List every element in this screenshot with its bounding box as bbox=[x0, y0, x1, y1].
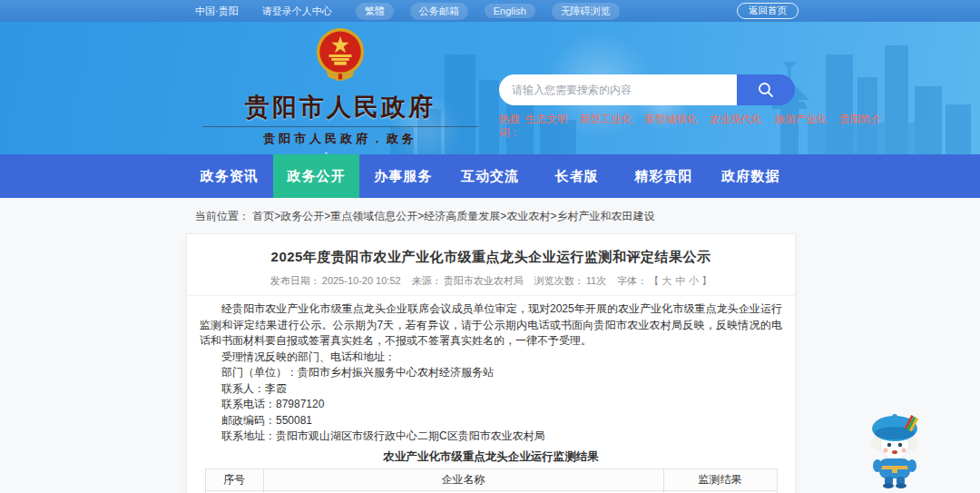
link-traditional-chinese[interactable]: 繁體 bbox=[356, 3, 394, 20]
nav-item-jingcai-guiyang[interactable]: 精彩贵阳 bbox=[621, 154, 708, 198]
source-value: 贵阳市农业农村局 bbox=[444, 275, 524, 286]
hot-word-tourism[interactable]: 旅游产业化 bbox=[775, 113, 828, 140]
assistant-mascot[interactable] bbox=[864, 409, 927, 490]
header-index: 序号 bbox=[205, 468, 263, 490]
article-card: 2025年度贵阳市农业产业化市级重点龙头企业运行监测和评定结果公示 发布日期：2… bbox=[186, 233, 796, 493]
paragraph-announcement: 经贵阳市农业产业化市级重点龙头企业联席会议成员单位审定，现对2025年开展的农业… bbox=[200, 301, 782, 350]
monitor-result-table: 序号 企业名称 监测结果 1 贵州合力超市采购有限公司 合格 2 贵州友禾种业有… bbox=[205, 468, 778, 493]
paragraph-contact-person: 联系人：李霞 bbox=[200, 381, 782, 398]
hot-word-eco[interactable]: 生态文明 bbox=[525, 113, 567, 140]
source-label: 来源： bbox=[412, 275, 442, 286]
nav-item-zhengwu-gongkai[interactable]: 政务公开 bbox=[273, 154, 360, 198]
paragraph-contact-intro: 受理情况反映的部门、电话和地址： bbox=[200, 350, 782, 366]
views-label: 浏览次数： bbox=[534, 275, 584, 286]
paragraph-department: 部门（单位）：贵阳市乡村振兴服务中心农村经济服务站 bbox=[200, 365, 782, 381]
link-login-personal-center[interactable]: 请登录个人中心 bbox=[262, 5, 332, 18]
search-button[interactable] bbox=[737, 74, 795, 105]
site-title: 贵阳市人民政府 bbox=[195, 91, 485, 123]
paragraph-contact-phone: 联系电话：87987120 bbox=[200, 397, 782, 413]
publish-date-label: 发布日期： bbox=[270, 275, 320, 286]
font-size-large[interactable]: 大 bbox=[662, 275, 671, 286]
font-size-label: 字体： bbox=[617, 275, 647, 286]
link-official-mail[interactable]: 公务邮箱 bbox=[410, 3, 468, 20]
hot-word-guiyang-intro[interactable]: 贵阳简介 bbox=[839, 113, 881, 140]
nav-item-banshi-fuwu[interactable]: 办事服务 bbox=[359, 154, 446, 198]
site-logo-block[interactable]: 贵阳市人民政府 贵阳市人民政府．政务 www.guiyang.gov.cn bbox=[195, 27, 485, 154]
search-input[interactable] bbox=[499, 74, 737, 105]
font-bracket-close: 】 bbox=[701, 275, 711, 286]
search-area: 热搜词： 生态文明 新型工业化 新型城镇化 农业现代化 旅游产业化 贵阳简介 bbox=[499, 74, 795, 140]
search-icon bbox=[757, 81, 775, 99]
hot-search-row: 热搜词： 生态文明 新型工业化 新型城镇化 农业现代化 旅游产业化 贵阳简介 bbox=[499, 113, 795, 140]
paragraph-contact-address: 联系地址：贵阳市观山湖区市级行政中心二期C区贵阳市农业农村局 bbox=[200, 429, 782, 445]
link-english[interactable]: English bbox=[485, 4, 535, 18]
main-nav: 政务资讯 政务公开 办事服务 互动交流 长者版 精彩贵阳 政府数据 bbox=[0, 154, 980, 198]
paragraph-postal-code: 邮政编码：550081 bbox=[200, 413, 782, 429]
site-url: www.guiyang.gov.cn bbox=[195, 150, 485, 154]
national-emblem-icon bbox=[314, 27, 367, 85]
title-divider bbox=[202, 126, 478, 127]
table-caption: 农业产业化市级重点龙头企业运行监测结果 bbox=[200, 449, 782, 465]
article-meta: 发布日期：2025-10-20 10:52 来源：贵阳市农业农村局 浏览次数：1… bbox=[187, 274, 795, 296]
return-home-button[interactable]: 返回首页 bbox=[737, 3, 799, 19]
font-size-small[interactable]: 小 bbox=[689, 275, 699, 286]
hot-word-agriculture[interactable]: 农业现代化 bbox=[710, 113, 762, 140]
site-subtitle: 贵阳市人民政府．政务 bbox=[195, 131, 485, 147]
hot-search-label: 热搜词： bbox=[499, 113, 520, 140]
hot-word-urbanization[interactable]: 新型城镇化 bbox=[645, 113, 698, 140]
nav-item-zhengfu-shuju[interactable]: 政府数据 bbox=[707, 154, 794, 198]
mascot-icon bbox=[864, 409, 927, 490]
nav-item-hudong-jiaoliu[interactable]: 互动交流 bbox=[446, 154, 534, 198]
article-title: 2025年度贵阳市农业产业化市级重点龙头企业运行监测和评定结果公示 bbox=[187, 234, 795, 266]
publish-date-value: 2025-10-20 10:52 bbox=[322, 275, 401, 286]
link-china-guiyang[interactable]: 中国·贵阳 bbox=[195, 5, 239, 18]
header-result: 监测结果 bbox=[663, 468, 777, 490]
article-body: 经贵阳市农业产业化市级重点龙头企业联席会议成员单位审定，现对2025年开展的农业… bbox=[187, 296, 795, 493]
font-bracket-open: 【 bbox=[649, 275, 659, 286]
nav-item-zhangzheban[interactable]: 长者版 bbox=[534, 154, 621, 198]
breadcrumb: 当前位置： 首页>政务公开>重点领域信息公开>经济高质量发展>农业农村>乡村产业… bbox=[0, 198, 980, 233]
hot-word-industry[interactable]: 新型工业化 bbox=[580, 113, 632, 140]
nav-item-zhengwu-zixun[interactable]: 政务资讯 bbox=[186, 154, 273, 198]
site-banner: 贵阳市人民政府 贵阳市人民政府．政务 www.guiyang.gov.cn 热搜… bbox=[0, 22, 980, 154]
views-value: 11次 bbox=[586, 275, 606, 286]
top-utility-bar: 中国·贵阳 请登录个人中心 繁體 公务邮箱 English 无障碍浏览 返回首页 bbox=[0, 0, 980, 22]
font-size-medium[interactable]: 中 bbox=[675, 275, 685, 286]
breadcrumb-path[interactable]: 首页>政务公开>重点领域信息公开>经济高质量发展>农业农村>乡村产业和农田建设 bbox=[252, 210, 654, 222]
header-company-name: 企业名称 bbox=[263, 468, 663, 490]
breadcrumb-label: 当前位置： bbox=[195, 210, 250, 222]
link-accessibility[interactable]: 无障碍浏览 bbox=[552, 3, 620, 20]
table-header-row: 序号 企业名称 监测结果 bbox=[205, 468, 777, 490]
